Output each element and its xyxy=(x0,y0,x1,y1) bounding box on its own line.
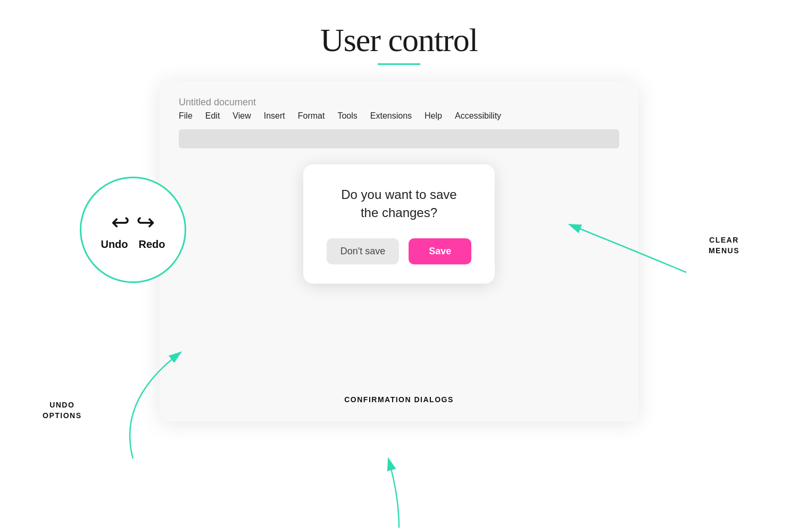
annotation-confirmation-dialogs: CONFIRMATION DIALOGS xyxy=(344,395,454,405)
redo-icon[interactable]: ↪ xyxy=(136,209,155,235)
menu-edit[interactable]: Edit xyxy=(205,111,220,121)
menu-file[interactable]: File xyxy=(179,111,193,121)
save-dialog: Do you want to save the changes? Don't s… xyxy=(303,164,495,284)
undo-icon[interactable]: ↩ xyxy=(111,209,130,235)
title-underline xyxy=(378,63,420,65)
page-title: User control xyxy=(320,21,478,59)
browser-window: Untitled document File Edit View Insert … xyxy=(160,81,638,421)
dialog-buttons: Don't save Save xyxy=(320,238,478,264)
annotation-clear-menus: CLEARMENUS xyxy=(709,235,739,256)
menu-tools[interactable]: Tools xyxy=(337,111,357,121)
toolbar-bar xyxy=(179,129,619,148)
dont-save-button[interactable]: Don't save xyxy=(327,238,399,264)
save-button[interactable]: Save xyxy=(409,238,471,264)
menu-insert[interactable]: Insert xyxy=(264,111,285,121)
redo-label[interactable]: Redo xyxy=(139,238,165,251)
dialog-message: Do you want to save the changes? xyxy=(320,186,478,221)
undo-redo-icons: ↩ ↪ xyxy=(111,209,155,235)
annotation-undo-options: UNDOOPTIONS xyxy=(43,400,82,421)
undo-label[interactable]: Undo xyxy=(101,238,128,251)
menu-view[interactable]: View xyxy=(232,111,251,121)
undo-redo-labels: Undo Redo xyxy=(101,238,165,251)
menu-format[interactable]: Format xyxy=(298,111,325,121)
main-area: ↩ ↪ Undo Redo Untitled document File Edi… xyxy=(27,81,771,421)
document-title: Untitled document xyxy=(179,97,619,108)
menu-help[interactable]: Help xyxy=(425,111,442,121)
menu-bar: File Edit View Insert Format Tools Exten… xyxy=(179,111,619,121)
undo-redo-circle: ↩ ↪ Undo Redo xyxy=(80,177,186,283)
menu-extensions[interactable]: Extensions xyxy=(370,111,412,121)
menu-accessibility[interactable]: Accessibility xyxy=(455,111,501,121)
